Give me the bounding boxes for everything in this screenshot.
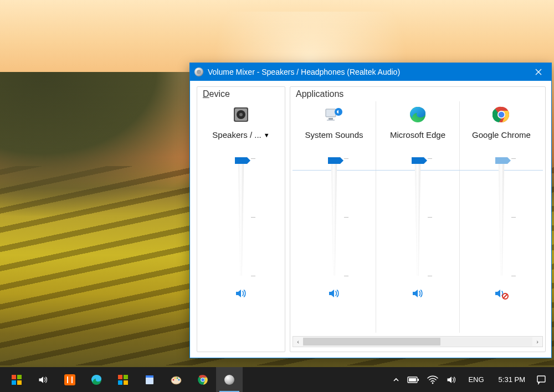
mute-button-chrome[interactable] [494,286,509,301]
tray-action-center-icon[interactable] [536,375,551,385]
speaker-icon [411,287,424,300]
device-group: Device Speakers / .. [197,86,285,352]
taskbar-paint-icon[interactable] [163,367,189,392]
app-label: System Sounds [305,130,363,140]
applications-scrollbar[interactable]: ‹ › [293,336,543,347]
applications-group: Applications [290,86,546,352]
svg-rect-34 [418,379,419,381]
speaker-icon [234,287,248,300]
speaker-icon [327,287,341,300]
svg-rect-5 [329,118,333,120]
volume-slider-chrome[interactable] [490,158,512,276]
speaker-muted-icon [494,287,509,300]
device-channel: Speakers / ... ▼ [199,101,283,347]
close-icon [535,69,542,75]
svg-point-36 [432,382,434,384]
app-channel-edge: Microsoft Edge [376,101,460,333]
tray-language[interactable]: ENG [465,375,487,384]
scrollbar-thumb[interactable] [303,338,440,345]
device-dropdown[interactable]: Speakers / ... ▼ [212,130,269,140]
tray-wifi-icon[interactable] [427,375,438,384]
svg-point-28 [177,377,178,379]
svg-point-26 [173,379,175,380]
svg-rect-21 [118,380,122,385]
device-group-header: Device [203,89,283,99]
svg-rect-6 [327,120,335,121]
svg-point-11 [499,112,505,118]
device-volume-slider[interactable] [230,158,252,276]
window-title: Volume Mixer - Speakers / Headphones (Re… [208,68,526,76]
svg-rect-19 [118,375,122,379]
svg-rect-20 [124,375,128,379]
scroll-right-button[interactable]: › [532,337,542,346]
system-sounds-icon[interactable] [324,105,344,125]
svg-rect-4 [326,109,336,117]
volume-mixer-window: Volume Mixer - Speakers / Headphones (Re… [189,63,552,358]
taskbar-app-orange-icon[interactable] [57,367,83,392]
device-label: Speakers / ... [212,130,261,140]
svg-rect-24 [146,375,153,378]
svg-point-29 [178,379,180,380]
svg-rect-37 [537,376,545,382]
taskbar-volume-mixer-icon[interactable] [216,367,243,392]
svg-point-32 [201,378,204,381]
taskbar-windows-tiles-icon[interactable] [3,367,30,392]
mute-button-system-sounds[interactable] [326,286,342,301]
svg-point-27 [175,377,176,379]
volume-slider-edge[interactable] [407,158,429,276]
svg-rect-13 [12,375,16,379]
chevron-down-icon: ▼ [264,132,270,138]
svg-point-25 [171,376,181,384]
svg-rect-16 [17,380,22,385]
chrome-icon[interactable] [491,105,511,125]
taskbar-chrome-icon[interactable] [189,367,216,392]
svg-point-3 [239,113,243,116]
speaker-device-icon[interactable] [231,105,251,125]
titlebar[interactable]: Volume Mixer - Speakers / Headphones (Re… [190,63,551,81]
scroll-left-button[interactable]: ‹ [293,337,303,346]
volume-mixer-titlebar-icon [194,68,203,76]
taskbar-edge-icon[interactable] [83,367,110,392]
app-label: Microsoft Edge [390,130,445,140]
taskbar-volume-icon[interactable] [30,367,57,392]
edge-icon[interactable] [408,105,428,125]
svg-rect-35 [409,378,416,381]
applications-group-header: Applications [296,89,543,99]
svg-rect-17 [64,374,75,385]
app-label: Google Chrome [472,130,531,140]
tray-volume-icon[interactable] [446,374,457,385]
svg-rect-14 [17,375,22,379]
taskbar-notepad-icon[interactable] [136,367,163,392]
tray-battery-icon[interactable] [407,376,419,384]
mute-button-edge[interactable] [410,286,425,301]
svg-rect-22 [124,380,128,385]
tray-clock[interactable]: 5:31 PM [495,375,529,384]
taskbar-windows-tiles-icon-2[interactable] [110,367,136,392]
svg-rect-15 [12,380,16,385]
app-channel-chrome: Google Chrome [460,101,543,333]
volume-slider-system-sounds[interactable] [323,158,345,276]
device-mute-button[interactable] [233,286,249,301]
taskbar: ENG 5:31 PM [0,367,554,392]
app-channel-system-sounds: System Sounds [293,101,376,333]
tray-overflow-icon[interactable] [393,376,399,383]
close-button[interactable] [526,63,551,81]
scrollbar-track[interactable] [303,337,532,346]
